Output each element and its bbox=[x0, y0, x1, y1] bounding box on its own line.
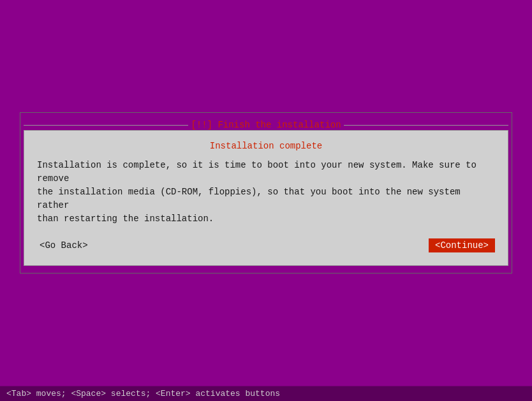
dialog-content: Installation complete Installation is co… bbox=[24, 130, 508, 266]
main-area: [!!] Finish the installation Installatio… bbox=[0, 0, 532, 386]
title-line-right bbox=[344, 125, 508, 126]
title-line-left bbox=[24, 125, 188, 126]
status-bar: <Tab> moves; <Space> selects; <Enter> ac… bbox=[0, 386, 532, 401]
status-bar-text: <Tab> moves; <Space> selects; <Enter> ac… bbox=[6, 389, 280, 398]
dialog-body: Installation is complete, so it is time … bbox=[37, 159, 495, 226]
dialog-title: [!!] Finish the installation bbox=[188, 120, 343, 130]
dialog-wrapper: [!!] Finish the installation Installatio… bbox=[24, 120, 508, 266]
title-bar: [!!] Finish the installation bbox=[24, 120, 508, 130]
dialog-buttons: <Go Back> <Continue> bbox=[37, 238, 495, 252]
continue-button[interactable]: <Continue> bbox=[429, 238, 495, 252]
go-back-button[interactable]: <Go Back> bbox=[37, 239, 91, 252]
dialog-subtitle: Installation complete bbox=[37, 141, 495, 151]
